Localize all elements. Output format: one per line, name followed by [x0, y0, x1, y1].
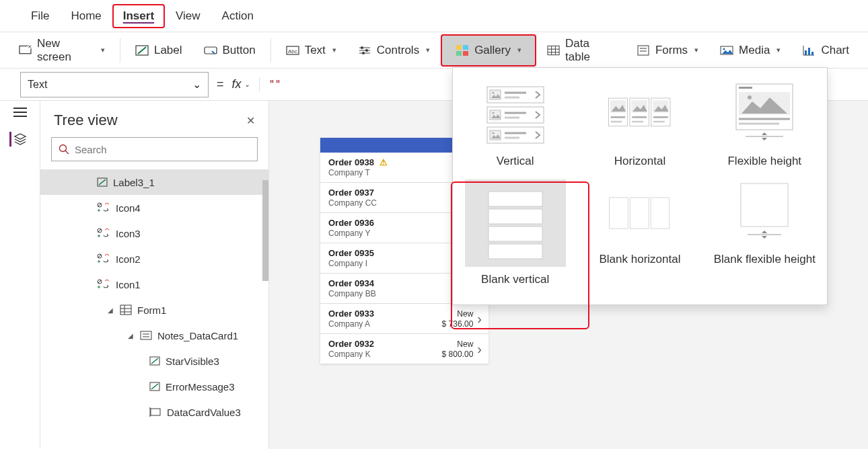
svg-rect-32 [808, 48, 810, 55]
svg-rect-98 [489, 244, 542, 259]
label-label: Label [154, 44, 182, 57]
menu-home[interactable]: Home [60, 4, 112, 28]
data-table-button[interactable]: Data table [536, 34, 626, 67]
list-item[interactable]: Order 0933Company ANew$ 736.00› [320, 303, 489, 333]
gallery-option-blank-horizontal[interactable]: Blank horizontal [577, 174, 702, 292]
order-company: Company CC [328, 198, 437, 208]
svg-line-5 [138, 47, 146, 54]
search-icon [59, 144, 69, 155]
twisty-icon[interactable]: ◢ [128, 332, 135, 339]
media-label: Media [739, 44, 770, 57]
gallery-option-horizontal[interactable]: Horizontal [577, 76, 702, 174]
thumb-horizontal-icon [606, 81, 674, 149]
gallery-option-blank-vertical[interactable]: Blank vertical [453, 174, 577, 292]
search-box[interactable] [51, 137, 258, 161]
chart-button[interactable]: Chart [791, 34, 860, 67]
button-button[interactable]: Button [193, 34, 266, 67]
tree-label: Icon1 [116, 279, 141, 290]
fx-button[interactable]: fx ⌄ [232, 77, 260, 91]
text-button[interactable]: Abc Text ▾ [275, 34, 347, 67]
svg-line-45 [98, 280, 101, 283]
control-varstate-icon [97, 279, 110, 290]
gallery-option-flexible-height[interactable]: Flexible height [702, 76, 827, 174]
media-icon [720, 44, 733, 56]
forms-button[interactable]: Forms ▾ [626, 34, 709, 67]
order-company: Company BB [328, 289, 437, 298]
tree-item-datacardvalue3[interactable]: DataCardValue3 [40, 399, 268, 425]
controls-button[interactable]: Controls ▾ [347, 34, 441, 67]
chevron-right-icon: › [477, 341, 482, 357]
gallery-option-vertical[interactable]: Vertical [453, 76, 577, 174]
svg-rect-19 [548, 46, 559, 54]
formula-input[interactable]: "" [260, 79, 281, 91]
menu-file[interactable]: File [20, 4, 60, 28]
property-name: Text [28, 79, 47, 91]
svg-rect-17 [456, 51, 462, 56]
close-icon[interactable]: ✕ [246, 114, 255, 127]
svg-rect-16 [463, 45, 468, 50]
svg-point-73 [492, 132, 494, 134]
order-title: Order 0933 [328, 309, 429, 319]
tree-item-icon3[interactable]: Icon3 [40, 220, 268, 246]
svg-rect-99 [610, 198, 628, 229]
label-button[interactable]: Label [124, 34, 193, 67]
forms-icon [637, 44, 650, 56]
svg-rect-46 [120, 305, 131, 315]
tree-item-icon1[interactable]: Icon1 [40, 272, 268, 297]
tree-label: DataCardValue3 [167, 407, 241, 418]
menu-insert[interactable]: Insert [112, 4, 165, 28]
thumb-flexible-icon [731, 81, 798, 149]
tree-view-panel: Tree view ✕ Label3_1 Icon4 Icon3 Icon2 [40, 101, 269, 449]
control-label-icon [149, 356, 160, 366]
svg-rect-33 [811, 52, 813, 55]
tree-item-form1[interactable]: ◢ Form1 [40, 297, 268, 323]
chevron-down-icon: ▾ [517, 46, 521, 54]
svg-text:Abc: Abc [288, 48, 297, 54]
thumb-blank-horizontal-icon [606, 179, 674, 247]
menu-action[interactable]: Action [211, 4, 264, 28]
list-item[interactable]: Order 0932Company KNew$ 800.00› [320, 333, 489, 364]
search-input[interactable] [75, 144, 250, 155]
twisty-icon[interactable]: ◢ [108, 307, 114, 314]
new-screen-button[interactable]: New screen ▾ [8, 34, 116, 67]
hamburger-icon[interactable] [13, 112, 27, 113]
tree-item-icon2[interactable]: Icon2 [40, 246, 268, 272]
gallery-option-blank-flexible[interactable]: Blank flexible height [702, 174, 827, 292]
svg-rect-89 [739, 87, 752, 89]
svg-point-28 [723, 48, 725, 50]
control-label-icon [97, 177, 108, 188]
property-selector[interactable]: Text ⌄ [20, 72, 209, 97]
svg-rect-57 [151, 409, 160, 415]
tree-item-icon4[interactable]: Icon4 [40, 195, 268, 220]
tree-item-label3-1[interactable]: Label3_1 [40, 169, 268, 195]
svg-line-43 [98, 255, 101, 257]
svg-line-54 [151, 358, 158, 364]
tree-label: Label3_1 [113, 177, 155, 188]
left-rail [0, 101, 40, 449]
gallery-button[interactable]: Gallery ▾ [441, 34, 536, 67]
chevron-right-icon: › [477, 311, 482, 327]
svg-point-12 [361, 46, 363, 49]
svg-point-13 [365, 49, 368, 52]
order-amount: $ 800.00 [429, 350, 473, 359]
tree-item-starvisible3[interactable]: StarVisible3 [40, 348, 268, 374]
chevron-down-icon: ▾ [694, 46, 698, 54]
control-varstate-icon [97, 228, 110, 239]
order-status: New [429, 339, 473, 349]
tree-item-notes-datacard1[interactable]: ◢ Notes_DataCard1 [40, 323, 268, 348]
chevron-down-icon: ⌄ [244, 81, 250, 88]
tree-view-tab[interactable] [13, 132, 28, 149]
caption: Blank horizontal [599, 252, 680, 267]
panel-scrollbar[interactable] [262, 180, 268, 281]
media-button[interactable]: Media ▾ [709, 34, 791, 67]
order-title: Order 0936 [328, 218, 437, 228]
order-company: Company Y [328, 229, 437, 238]
thumb-blank-vertical-icon [465, 179, 566, 267]
svg-rect-24 [638, 46, 649, 55]
chevron-down-icon: ⌄ [192, 78, 201, 91]
thumb-blank-flexible-icon [731, 179, 798, 247]
chevron-down-icon: ▾ [332, 46, 336, 54]
tree-item-errormessage3[interactable]: ErrorMessage3 [40, 374, 268, 399]
svg-rect-96 [489, 209, 542, 224]
menu-view[interactable]: View [165, 4, 211, 28]
